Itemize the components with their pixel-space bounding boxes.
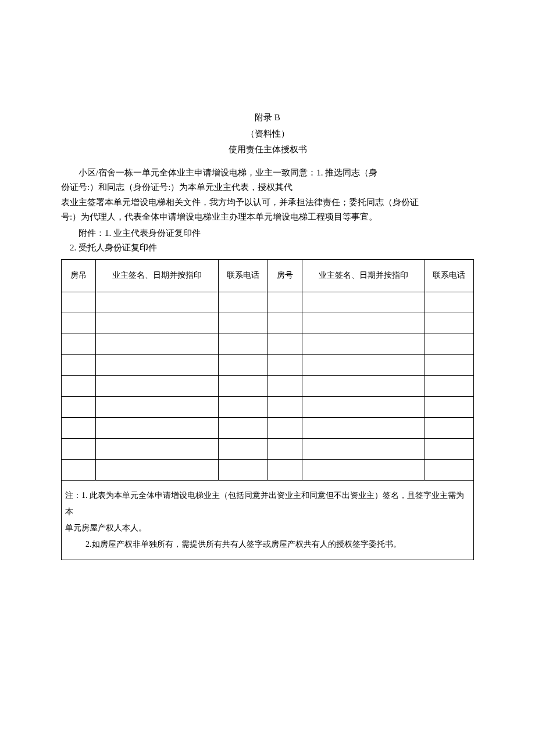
document-title: 使用责任主体授权书 — [61, 142, 474, 157]
attachment-line-2: 2. 受托人身份证复印件 — [61, 241, 474, 256]
body-line-1: 小区/宿舍一栋一单元全体业主申请增设电梯，业主一致同意：1. 推选同志（身 — [61, 166, 474, 181]
col-room-1: 房吊 — [62, 259, 96, 292]
body-line-2: 份证号:）和同志（身份证号:）为本单元业主代表，授权其代 — [61, 180, 474, 195]
table-row — [62, 417, 474, 438]
body-line-3: 表业主签署本单元增设电梯相关文件，我方均予以认可，并承担法律责任；委托同志（身份… — [61, 195, 474, 210]
table-row — [62, 313, 474, 334]
notes-block: 注：1. 此表为本单元全体申请增设电梯业主（包括同意并出资业主和同意但不出资业主… — [61, 481, 474, 560]
table-row — [62, 459, 474, 480]
body-line-4: 号:）为代理人，代表全体申请增设电梯业主办理本单元增设电梯工程项目等事宜。 — [61, 210, 474, 225]
table-header-row: 房吊 业主签名、日期并按指印 联系电话 房号 业主签名、日期并按指印 联系电话 — [62, 259, 474, 292]
note-1-line-2: 单元房屋产权人本人。 — [65, 520, 470, 536]
table-row — [62, 396, 474, 417]
col-room-2: 房号 — [268, 259, 302, 292]
nature-label: （资料性） — [61, 127, 474, 142]
col-sign-1: 业主签名、日期并按指印 — [96, 259, 219, 292]
note-1-line-1: 注：1. 此表为本单元全体申请增设电梯业主（包括同意并出资业主和同意但不出资业主… — [65, 488, 470, 520]
attachments-block: 附件：1. 业主代表身份证复印件 2. 受托人身份证复印件 — [61, 226, 474, 256]
table-row — [62, 334, 474, 354]
table-row — [62, 438, 474, 459]
authorization-body: 小区/宿舍一栋一单元全体业主申请增设电梯，业主一致同意：1. 推选同志（身 份证… — [61, 166, 474, 225]
signature-table: 房吊 业主签名、日期并按指印 联系电话 房号 业主签名、日期并按指印 联系电话 — [61, 259, 474, 481]
note-2: 2.如房屋产权非单独所有，需提供所有共有人签字或房屋产权共有人的授权签字委托书。 — [65, 536, 470, 553]
col-phone-1: 联系电话 — [219, 259, 268, 292]
table-row — [62, 354, 474, 375]
appendix-label: 附录 B — [61, 110, 474, 126]
document-header: 附录 B （资料性） 使用责任主体授权书 — [61, 110, 474, 157]
table-row — [62, 292, 474, 313]
attachment-line-1: 附件：1. 业主代表身份证复印件 — [61, 226, 474, 241]
table-body — [62, 292, 474, 480]
table-row — [62, 375, 474, 396]
col-phone-2: 联系电话 — [425, 259, 473, 292]
col-sign-2: 业主签名、日期并按指印 — [302, 259, 425, 292]
